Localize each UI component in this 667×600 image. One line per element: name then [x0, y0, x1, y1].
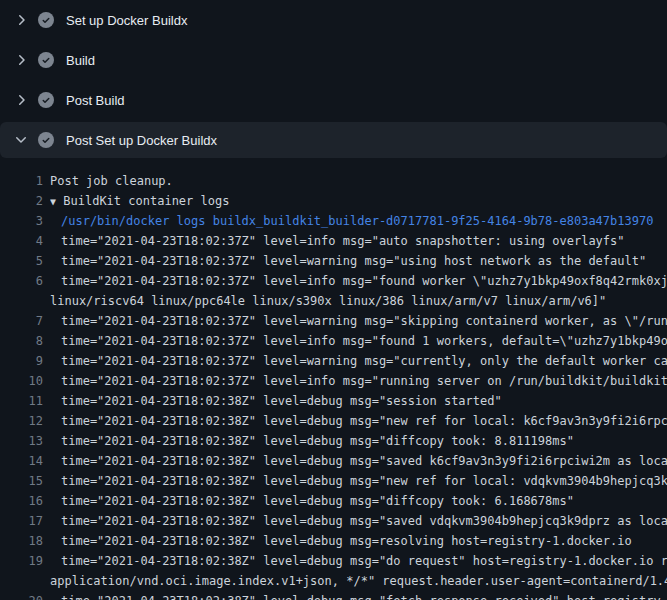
log-line-number[interactable]: 2: [0, 191, 43, 211]
log-row: 6time="2021-04-23T18:02:37Z" level=info …: [0, 271, 667, 291]
log-row: 13time="2021-04-23T18:02:38Z" level=debu…: [0, 431, 667, 451]
log-line-text: time="2021-04-23T18:02:38Z" level=debug …: [61, 431, 574, 451]
check-circle-icon: [38, 12, 54, 28]
log-line-number[interactable]: 5: [0, 251, 43, 271]
log-line-number[interactable]: 4: [0, 231, 43, 251]
log-row: 11time="2021-04-23T18:02:38Z" level=debu…: [0, 391, 667, 411]
log-line-number[interactable]: 3: [0, 211, 43, 231]
log-line-number[interactable]: 11: [0, 391, 43, 411]
log-line-text: time="2021-04-23T18:02:37Z" level=info m…: [61, 231, 625, 251]
log-row: 4time="2021-04-23T18:02:37Z" level=info …: [0, 231, 667, 251]
log-row: 12time="2021-04-23T18:02:38Z" level=debu…: [0, 411, 667, 431]
log-line-number[interactable]: 9: [0, 351, 43, 371]
log-row: 16time="2021-04-23T18:02:38Z" level=debu…: [0, 491, 667, 511]
log-line-number[interactable]: 8: [0, 331, 43, 351]
check-circle-icon: [38, 132, 54, 148]
log-line-text: time="2021-04-23T18:02:38Z" level=debug …: [61, 511, 667, 531]
log-row: 20time="2021-04-23T18:02:38Z" level=debu…: [0, 591, 667, 600]
log-row: application/vnd.oci.image.index.v1+json,…: [0, 571, 667, 591]
log-line-number[interactable]: 10: [0, 371, 43, 391]
log-line-text: time="2021-04-23T18:02:38Z" level=debug …: [61, 491, 574, 511]
log-row: 17time="2021-04-23T18:02:38Z" level=debu…: [0, 511, 667, 531]
step-row-2[interactable]: Post Build: [0, 80, 667, 120]
step-row-1[interactable]: Build: [0, 40, 667, 80]
log-line-number[interactable]: 15: [0, 471, 43, 491]
log-line-number[interactable]: 1: [0, 171, 43, 191]
check-circle-icon: [38, 92, 54, 108]
log-row: 9time="2021-04-23T18:02:37Z" level=warni…: [0, 351, 667, 371]
log-line-text: application/vnd.oci.image.index.v1+json,…: [50, 571, 667, 591]
log-output: 1Post job cleanup.2▼ BuildKit container …: [0, 171, 667, 600]
step-label: Post Build: [66, 93, 125, 108]
chevron-right-icon: [13, 92, 29, 108]
chevron-right-icon: [13, 12, 29, 28]
log-row: 15time="2021-04-23T18:02:38Z" level=debu…: [0, 471, 667, 491]
log-line-text: time="2021-04-23T18:02:37Z" level=info m…: [61, 371, 667, 391]
log-row: linux/riscv64 linux/ppc64le linux/s390x …: [0, 291, 667, 311]
log-line-text: time="2021-04-23T18:02:38Z" level=debug …: [61, 531, 632, 551]
log-line-text: linux/riscv64 linux/ppc64le linux/s390x …: [50, 291, 606, 311]
log-row: 14time="2021-04-23T18:02:38Z" level=debu…: [0, 451, 667, 471]
check-circle-icon: [38, 52, 54, 68]
log-line-number[interactable]: 16: [0, 491, 43, 511]
log-line-number[interactable]: 17: [0, 511, 43, 531]
log-line-text: time="2021-04-23T18:02:38Z" level=debug …: [61, 551, 667, 571]
log-group-toggle[interactable]: ▼ BuildKit container logs: [50, 191, 229, 211]
steps-list: Set up Docker BuildxBuildPost BuildPost …: [0, 0, 667, 158]
log-line-text: time="2021-04-23T18:02:38Z" level=debug …: [61, 451, 667, 471]
log-line-text: Post job cleanup.: [50, 171, 173, 191]
log-row: 7time="2021-04-23T18:02:37Z" level=warni…: [0, 311, 667, 331]
log-row: 2▼ BuildKit container logs: [0, 191, 667, 211]
log-row: 1Post job cleanup.: [0, 171, 667, 191]
step-label: Set up Docker Buildx: [66, 13, 187, 28]
log-command-text: /usr/bin/docker logs buildx_buildkit_bui…: [61, 211, 653, 231]
log-line-number: [0, 571, 43, 591]
log-row: 8time="2021-04-23T18:02:37Z" level=info …: [0, 331, 667, 351]
log-line-number: [0, 291, 43, 311]
log-line-text: time="2021-04-23T18:02:37Z" level=warnin…: [61, 311, 667, 331]
step-label: Post Set up Docker Buildx: [66, 133, 217, 148]
chevron-right-icon: [13, 52, 29, 68]
log-row: 18time="2021-04-23T18:02:38Z" level=debu…: [0, 531, 667, 551]
log-line-text: BuildKit container logs: [56, 194, 229, 208]
log-line-number[interactable]: 20: [0, 591, 43, 600]
log-row: 3/usr/bin/docker logs buildx_buildkit_bu…: [0, 211, 667, 231]
log-line-text: time="2021-04-23T18:02:38Z" level=debug …: [61, 471, 667, 491]
log-line-text: time="2021-04-23T18:02:37Z" level=warnin…: [61, 351, 667, 371]
log-line-text: time="2021-04-23T18:02:38Z" level=debug …: [61, 591, 667, 600]
log-line-number[interactable]: 6: [0, 271, 43, 291]
log-line-number[interactable]: 14: [0, 451, 43, 471]
log-line-text: time="2021-04-23T18:02:38Z" level=debug …: [61, 411, 667, 431]
log-line-number[interactable]: 19: [0, 551, 43, 571]
step-row-3[interactable]: Post Set up Docker Buildx: [0, 122, 667, 158]
chevron-down-icon: [13, 132, 29, 148]
actions-log-viewer: Set up Docker BuildxBuildPost BuildPost …: [0, 0, 667, 600]
log-line-number[interactable]: 12: [0, 411, 43, 431]
log-line-text: time="2021-04-23T18:02:37Z" level=warnin…: [61, 251, 646, 271]
log-row: 5time="2021-04-23T18:02:37Z" level=warni…: [0, 251, 667, 271]
log-row: 10time="2021-04-23T18:02:37Z" level=info…: [0, 371, 667, 391]
step-label: Build: [66, 53, 95, 68]
log-row: 19time="2021-04-23T18:02:38Z" level=debu…: [0, 551, 667, 571]
step-row-0[interactable]: Set up Docker Buildx: [0, 0, 667, 40]
log-line-text: time="2021-04-23T18:02:38Z" level=debug …: [61, 391, 502, 411]
log-line-number[interactable]: 18: [0, 531, 43, 551]
log-line-text: time="2021-04-23T18:02:37Z" level=info m…: [61, 331, 667, 351]
log-line-text: time="2021-04-23T18:02:37Z" level=info m…: [61, 271, 667, 291]
log-line-number[interactable]: 7: [0, 311, 43, 331]
log-line-number[interactable]: 13: [0, 431, 43, 451]
